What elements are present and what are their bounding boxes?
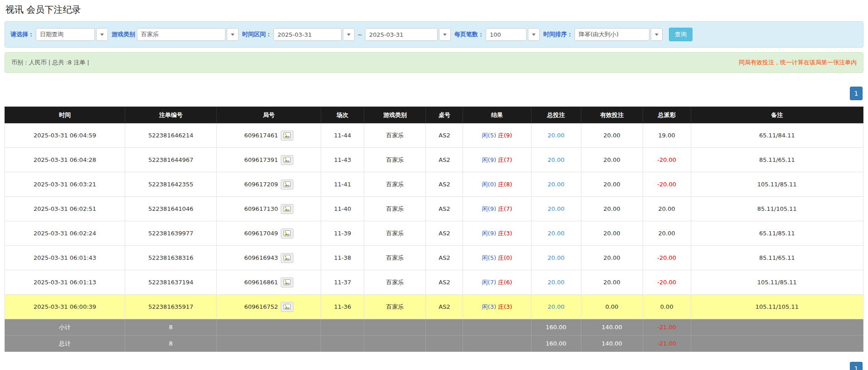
round-video-button[interactable]	[281, 229, 293, 239]
chevron-down-icon	[347, 34, 351, 36]
cell-bet-id: 522381638316	[125, 246, 217, 270]
total-bet-link[interactable]: 20.00	[547, 303, 564, 310]
total-bet-link[interactable]: 20.00	[547, 132, 564, 139]
query-type-input[interactable]	[36, 28, 95, 41]
cell-note: 85.11/65.11	[691, 246, 863, 270]
table-row: 2025-03-31 06:01:13522381637194609616861…	[5, 270, 863, 295]
header-game-type: 游戏类别	[364, 107, 426, 123]
result-player: 闲(0)	[482, 181, 496, 188]
result-banker: 庄(7)	[498, 205, 512, 212]
cell-result: 闲(5)庄(9)	[463, 123, 531, 148]
result-banker: 庄(3)	[498, 303, 512, 310]
summary-bar: 币别 : 人民币 | 总共 :8 注单 | 同局有效投注，统一计算在该局第一张注…	[5, 52, 863, 73]
page-1-button[interactable]: 1	[850, 362, 863, 370]
cell-total-bet: 20.00	[531, 295, 581, 319]
round-video-button[interactable]	[281, 278, 293, 287]
sort-input[interactable]	[575, 28, 649, 41]
cell-time: 2025-03-31 06:01:43	[5, 246, 125, 270]
cell-session: 11-40	[321, 197, 364, 221]
cell-game-type: 百家乐	[364, 221, 426, 246]
cell-game-type: 百家乐	[364, 123, 426, 148]
cell-payout: -20.00	[643, 148, 691, 172]
cell-payout: -20.00	[643, 172, 691, 197]
date-range-separator: ~	[357, 31, 362, 38]
cell-valid-bet: 20.00	[581, 197, 643, 221]
subtotal-valid-bet: 140.00	[581, 319, 643, 336]
cell-payout: 0.00	[643, 295, 691, 319]
result-player: 闲(9)	[482, 230, 496, 237]
cell-round: 609617049	[217, 221, 321, 246]
game-type-input[interactable]	[137, 28, 225, 41]
per-page-input[interactable]	[486, 28, 527, 41]
cell-round: 609617209	[217, 172, 321, 197]
round-number: 609617130	[244, 205, 278, 212]
cell-time: 2025-03-31 06:02:24	[5, 221, 125, 246]
cell-round: 609616943	[217, 246, 321, 270]
total-bet-link[interactable]: 20.00	[547, 230, 564, 237]
per-page-dropdown-button[interactable]	[528, 28, 540, 41]
date-to-input[interactable]	[365, 28, 438, 41]
cell-round: 609617391	[217, 148, 321, 172]
round-number: 609617209	[244, 180, 278, 187]
search-button[interactable]: 查询	[669, 28, 692, 41]
cell-result: 闲(0)庄(8)	[463, 172, 531, 197]
date-to-dropdown-button[interactable]	[439, 28, 451, 41]
total-bet-link[interactable]: 20.00	[547, 254, 564, 261]
total-label: 总计	[5, 336, 125, 352]
payout-value: 20.00	[658, 205, 675, 212]
round-video-button[interactable]	[281, 253, 293, 263]
total-bet-link[interactable]: 20.00	[547, 156, 564, 163]
cell-valid-bet: 0.00	[581, 295, 643, 319]
filter-bar: 请选择： 游戏类别 时间区间： ~ 每页笔数： 时间排序： 查询	[5, 21, 863, 48]
date-from-combobox	[273, 28, 355, 41]
date-from-dropdown-button[interactable]	[343, 28, 355, 41]
game-type-combobox	[137, 28, 239, 41]
cell-game-type: 百家乐	[364, 148, 426, 172]
query-type-dropdown-button[interactable]	[96, 28, 108, 41]
cell-time: 2025-03-31 06:04:28	[5, 148, 125, 172]
result-player: 闲(3)	[482, 303, 496, 310]
table-footer: 小计 8 160.00 140.00 -21.00 总计 8 160.00 14…	[5, 319, 863, 352]
cell-payout: -20.00	[643, 246, 691, 270]
cell-game-type: 百家乐	[364, 246, 426, 270]
result-player: 闲(9)	[482, 205, 496, 212]
round-video-button[interactable]	[281, 302, 293, 312]
cell-bet-id: 522381644967	[125, 148, 217, 172]
video-thumbnail-icon	[283, 230, 291, 236]
cell-note: 65.11/84.11	[691, 123, 863, 148]
cell-session: 11-43	[321, 148, 364, 172]
cell-payout: -20.00	[643, 270, 691, 295]
cell-bet-id: 522381646214	[125, 123, 217, 148]
result-player: 闲(9)	[482, 156, 496, 163]
round-number: 609617049	[244, 229, 278, 236]
round-video-button[interactable]	[281, 131, 293, 141]
result-banker: 庄(0)	[498, 254, 512, 261]
chevron-down-icon	[532, 34, 536, 36]
table-row: 2025-03-31 06:04:59522381646214609617461…	[5, 123, 863, 148]
round-video-button[interactable]	[281, 155, 293, 165]
round-video-button[interactable]	[281, 204, 293, 214]
cell-total-bet: 20.00	[531, 197, 581, 221]
video-thumbnail-icon	[283, 132, 291, 138]
cell-result: 闲(9)庄(3)	[463, 221, 531, 246]
records-table: 时间 注单编号 局号 场次 游戏类别 桌号 结果 总投注 有效投注 总派彩 备注…	[5, 107, 863, 352]
cell-time: 2025-03-31 06:03:21	[5, 172, 125, 197]
subtotal-row: 小计 8 160.00 140.00 -21.00	[5, 319, 863, 336]
cell-valid-bet: 20.00	[581, 246, 643, 270]
page-1-button[interactable]: 1	[850, 87, 863, 100]
date-from-input[interactable]	[273, 28, 341, 41]
subtotal-payout: -21.00	[643, 319, 691, 336]
payout-value: -20.00	[657, 279, 676, 286]
payout-value: -20.00	[657, 254, 676, 261]
sort-dropdown-button[interactable]	[651, 28, 663, 41]
total-bet-link[interactable]: 20.00	[547, 279, 564, 286]
round-video-button[interactable]	[281, 180, 293, 190]
game-type-dropdown-button[interactable]	[227, 28, 239, 41]
cell-total-bet: 20.00	[531, 172, 581, 197]
total-bet-link[interactable]: 20.00	[547, 181, 564, 188]
total-bet-link[interactable]: 20.00	[547, 205, 564, 212]
result-player: 闲(7)	[482, 279, 496, 286]
sort-label: 时间排序：	[543, 30, 573, 39]
round-number: 609616943	[244, 254, 278, 261]
cell-payout: 19.00	[643, 123, 691, 148]
